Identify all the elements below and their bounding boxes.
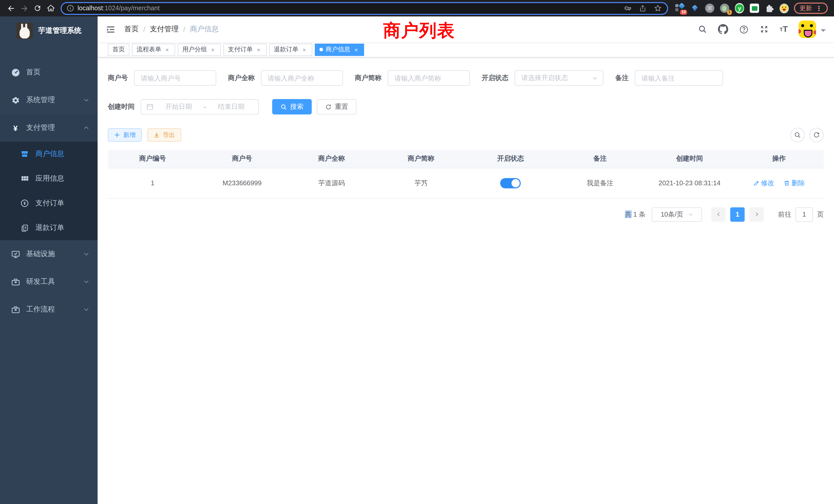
sidebar-collapse-icon[interactable] [106, 24, 115, 34]
gear-icon [11, 95, 20, 105]
export-button[interactable]: 导出 [147, 128, 181, 142]
extension-tampermonkey-icon[interactable]: 10 [675, 4, 684, 13]
extension-y-icon[interactable]: y [735, 4, 744, 13]
navbar: 首页 / 支付管理 / 商户信息 [97, 17, 834, 42]
create-time-range-picker[interactable]: 开始日期 - 结束日期 [141, 99, 259, 114]
col-remark: 备注 [555, 150, 645, 168]
help-question-icon[interactable] [739, 24, 749, 34]
password-key-icon[interactable] [623, 4, 632, 12]
prev-page-button[interactable] [711, 207, 726, 222]
merchant-no-input[interactable] [134, 70, 216, 86]
chevron-down-icon [83, 306, 89, 313]
sidebar-logo[interactable]: 芋道管理系统 [0, 17, 97, 45]
sidebar-item-payment[interactable]: ¥ 支付管理 [0, 114, 97, 142]
sidebar-item-dev-tools[interactable]: 研发工具 [0, 268, 97, 296]
sidebar-item-home[interactable]: 首页 [0, 59, 97, 86]
sidebar-item-pay-order[interactable]: ¥ 支付订单 [0, 191, 97, 215]
close-icon[interactable]: × [301, 46, 308, 53]
extension-profile-badge-icon[interactable]: 1 [720, 4, 729, 13]
github-icon[interactable] [718, 24, 728, 35]
site-info-icon[interactable] [67, 5, 74, 12]
search-button[interactable]: 搜索 [272, 99, 312, 114]
bookmark-star-icon[interactable] [654, 4, 662, 12]
close-icon[interactable]: × [210, 46, 216, 53]
col-merchant-no: 商户号 [197, 150, 287, 168]
sidebar-item-infrastructure[interactable]: 基础设施 [0, 240, 97, 268]
browser-forward-button[interactable] [18, 2, 31, 15]
main-area: 首页 / 支付管理 / 商户信息 [97, 17, 834, 504]
remark-input[interactable] [635, 70, 723, 86]
filter-create-time: 创建时间 开始日期 - 结束日期 [108, 99, 259, 114]
next-page-button[interactable] [749, 207, 764, 222]
filter-full-name: 商户全称 [228, 70, 343, 86]
close-icon[interactable]: × [255, 46, 262, 53]
status-select[interactable]: 请选择开启状态 [514, 70, 603, 86]
short-name-input[interactable] [388, 70, 470, 86]
calendar-icon [146, 103, 154, 110]
merchant-table: 商户编号 商户号 商户全称 商户简称 开启状态 备注 创建时间 操作 1 [108, 150, 824, 198]
store-icon [21, 150, 29, 158]
filter-row-2: 创建时间 开始日期 - 结束日期 搜索 [108, 99, 824, 114]
col-full-name: 商户全称 [287, 150, 376, 168]
status-toggle[interactable] [500, 178, 521, 188]
sidebar-item-merchant-info[interactable]: 商户信息 [0, 142, 97, 166]
browser-home-button[interactable] [44, 2, 58, 15]
tab-merchant-info[interactable]: 商户信息× [315, 43, 364, 56]
refresh-button[interactable] [809, 128, 824, 142]
browser-back-button[interactable] [4, 2, 18, 15]
browser-reload-button[interactable] [31, 2, 44, 15]
header-search-icon[interactable] [698, 25, 707, 34]
toggle-search-button[interactable] [790, 128, 805, 142]
edit-button[interactable]: 修改 [753, 178, 774, 188]
breadcrumb-home[interactable]: 首页 [124, 25, 139, 34]
share-icon[interactable] [639, 4, 646, 12]
close-icon[interactable]: × [164, 46, 171, 53]
tab-pay-order[interactable]: 支付订单× [223, 43, 266, 56]
cell-create-time: 2021-10-23 08:31:14 [645, 168, 734, 198]
cell-actions: 修改 删除 [734, 168, 824, 198]
extension-icons: 10 ⌘ 1 y [675, 4, 789, 13]
fullscreen-icon[interactable] [760, 25, 769, 34]
breadcrumb-payment[interactable]: 支付管理 [150, 25, 179, 34]
reset-button[interactable]: 重置 [317, 99, 356, 114]
tab-refund-order[interactable]: 退款订单× [269, 43, 312, 56]
chevron-down-icon [83, 97, 89, 103]
font-size-icon[interactable]: TT [780, 25, 788, 34]
sidebar: 芋道管理系统 首页 系统管理 [0, 17, 97, 504]
add-button[interactable]: 新增 [108, 128, 142, 142]
browser-toolbar: localhost:1024/pay/merchant 10 ⌘ [0, 0, 834, 17]
goto-page-input[interactable] [795, 207, 813, 222]
extension-command-icon[interactable]: ⌘ [705, 4, 714, 13]
app-title: 芋道管理系统 [38, 26, 81, 36]
sidebar-item-app-info[interactable]: 应用信息 [0, 166, 97, 191]
full-name-input[interactable] [261, 70, 343, 86]
address-bar[interactable]: localhost:1024/pay/merchant [61, 2, 668, 15]
extensions-puzzle-icon[interactable] [765, 4, 774, 13]
sidebar-item-system[interactable]: 系统管理 [0, 86, 97, 114]
page-number-1[interactable]: 1 [730, 207, 745, 222]
browser-profile-avatar[interactable] [780, 4, 789, 13]
chevron-down-icon [83, 251, 89, 257]
user-avatar-menu[interactable] [798, 21, 826, 38]
close-icon[interactable]: × [353, 46, 359, 53]
briefcase-icon [11, 305, 20, 314]
delete-button[interactable]: 删除 [784, 178, 805, 188]
url-text: localhost:1024/pay/merchant [78, 5, 160, 12]
tab-user-group[interactable]: 用户分组× [178, 43, 221, 56]
cell-merchant-no: M233666999 [197, 168, 287, 198]
extension-gem-icon[interactable] [690, 4, 699, 13]
sidebar-item-refund-order[interactable]: 退款订单 [0, 215, 97, 240]
tab-home[interactable]: 首页 [108, 43, 129, 56]
cell-full-name: 芋道源码 [287, 168, 376, 198]
col-actions: 操作 [734, 150, 824, 168]
sidebar-item-workflow[interactable]: 工作流程 [0, 296, 97, 323]
browser-menu-icon[interactable]: ⋮ [815, 4, 822, 12]
chevron-down-icon [83, 279, 89, 285]
caret-down-icon [821, 29, 826, 34]
goto-label: 前往 [778, 210, 791, 219]
browser-update-button[interactable]: 更新 ⋮ [794, 3, 828, 14]
page-size-select[interactable]: 10条/页 [652, 207, 702, 222]
toolbox-icon [11, 277, 20, 287]
extension-chat-icon[interactable] [750, 4, 759, 13]
tab-process-form[interactable]: 流程表单× [132, 43, 175, 56]
